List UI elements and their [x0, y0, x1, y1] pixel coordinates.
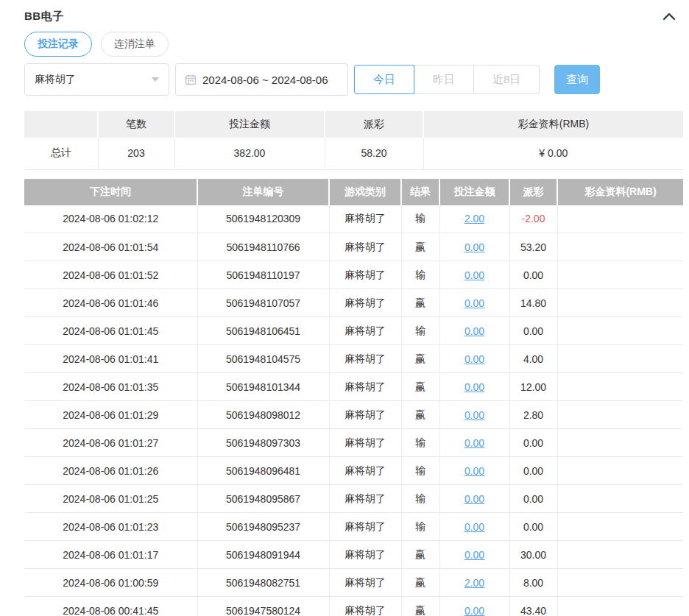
bet-amount-link[interactable]: 0.00 — [464, 465, 484, 477]
cell-bet-amount: 0.00 — [439, 429, 509, 457]
bet-amount-link[interactable]: 0.00 — [464, 409, 484, 421]
cell-order-number: 5061948096481 — [197, 457, 329, 485]
cell-result: 赢 — [401, 345, 439, 373]
table-row: 2024-08-06 01:00:59 5061948082751 麻将胡了 赢… — [24, 569, 683, 597]
summary-total-payout: 58.20 — [325, 138, 423, 169]
cell-bet-amount: 0.00 — [439, 541, 509, 569]
cell-bet-time: 2024-08-06 00:41:45 — [24, 597, 197, 616]
cell-game-type: 麻将胡了 — [329, 597, 401, 616]
date-range-value: 2024-08-06 ~ 2024-08-06 — [202, 74, 328, 86]
cell-payout: 53.20 — [509, 233, 557, 261]
cell-bet-time: 2024-08-06 01:01:27 — [24, 429, 197, 457]
bet-amount-link[interactable]: 2.00 — [464, 577, 484, 589]
cell-result: 赢 — [401, 541, 439, 569]
cell-bet-time: 2024-08-06 01:01:17 — [24, 541, 197, 569]
bet-amount-link[interactable]: 2.00 — [464, 213, 484, 224]
cell-bonus — [557, 569, 683, 597]
bet-amount-link[interactable]: 0.00 — [464, 241, 484, 253]
cell-bonus — [557, 205, 683, 233]
cell-result: 赢 — [401, 233, 439, 261]
bet-amount-link[interactable]: 0.00 — [464, 269, 484, 281]
cell-bonus — [557, 485, 683, 513]
summary-header-row: 笔数 投注金额 派彩 彩金资料(RMB) — [24, 111, 683, 138]
cell-bet-time: 2024-08-06 01:01:41 — [24, 345, 197, 373]
cell-payout: 4.00 — [509, 345, 557, 373]
bet-amount-link[interactable]: 0.00 — [464, 437, 484, 449]
cell-bet-time: 2024-08-06 01:01:23 — [24, 513, 197, 541]
bet-amount-link[interactable]: 0.00 — [464, 353, 484, 365]
cell-payout: 43.40 — [509, 597, 557, 616]
header-game-type: 游戏类别 — [329, 179, 401, 205]
tab-cancelled-orders[interactable]: 连消注单 — [101, 32, 169, 57]
collapse-button[interactable] — [661, 10, 677, 22]
cell-bet-time: 2024-08-06 01:01:35 — [24, 373, 197, 401]
quick-date-last8days[interactable]: 近8日 — [473, 65, 540, 94]
cell-order-number: 5061947580124 — [197, 597, 329, 616]
cell-order-number: 5061948110197 — [197, 261, 329, 289]
tab-bet-records[interactable]: 投注记录 — [24, 32, 92, 57]
bet-amount-link[interactable]: 0.00 — [464, 605, 484, 616]
game-type-value: 麻将胡了 — [35, 73, 76, 86]
game-type-select[interactable]: 麻将胡了 — [24, 63, 169, 96]
cell-game-type: 麻将胡了 — [329, 541, 401, 569]
quick-date-yesterday[interactable]: 昨日 — [414, 65, 474, 94]
quick-date-group: 今日 昨日 近8日 — [354, 65, 540, 94]
cell-bonus — [557, 345, 683, 373]
calendar-icon — [185, 74, 197, 85]
cell-game-type: 麻将胡了 — [329, 457, 401, 485]
cell-order-number: 5061948120309 — [197, 205, 329, 233]
cell-bet-time: 2024-08-06 01:01:54 — [24, 233, 197, 261]
header-payout: 派彩 — [509, 179, 557, 205]
table-row: 2024-08-06 01:01:54 5061948110766 麻将胡了 赢… — [24, 233, 683, 261]
bet-amount-link[interactable]: 0.00 — [464, 381, 484, 393]
summary-header-bonus: 彩金资料(RMB) — [423, 111, 683, 138]
cell-result: 输 — [401, 429, 439, 457]
cell-bonus — [557, 541, 683, 569]
cell-order-number: 5061948106451 — [197, 317, 329, 345]
cell-result: 输 — [401, 317, 439, 345]
search-button[interactable]: 查询 — [554, 65, 600, 94]
table-row: 2024-08-06 01:01:45 5061948106451 麻将胡了 输… — [24, 317, 683, 345]
summary-header-bet-amount: 投注金额 — [174, 111, 325, 138]
cell-bet-amount: 0.00 — [439, 401, 509, 429]
cell-bonus — [557, 513, 683, 541]
table-row: 2024-08-06 01:01:26 5061948096481 麻将胡了 输… — [24, 457, 683, 485]
record-tabs: 投注记录 连消注单 — [24, 32, 689, 57]
cell-result: 输 — [401, 261, 439, 289]
cell-result: 输 — [401, 205, 439, 233]
cell-result: 输 — [401, 457, 439, 485]
table-row: 2024-08-06 01:01:27 5061948097303 麻将胡了 输… — [24, 429, 683, 457]
cell-payout: 0.00 — [509, 317, 557, 345]
cell-bonus — [557, 597, 683, 616]
bet-amount-link[interactable]: 0.00 — [464, 297, 484, 309]
cell-order-number: 5061948097303 — [197, 429, 329, 457]
cell-payout: 14.80 — [509, 289, 557, 317]
bet-amount-link[interactable]: 0.00 — [464, 493, 484, 505]
cell-order-number: 5061948098012 — [197, 401, 329, 429]
bet-table-header-row: 下注时间 注单编号 游戏类别 结果 投注金额 派彩 彩金资料(RMB) — [24, 179, 683, 205]
bet-table-body: 2024-08-06 01:02:12 5061948120309 麻将胡了 输… — [24, 205, 683, 616]
summary-total-row: 总计 203 382.00 58.20 ¥ 0.00 — [24, 138, 683, 169]
cell-result: 赢 — [401, 373, 439, 401]
quick-date-today[interactable]: 今日 — [354, 65, 414, 94]
bet-amount-link[interactable]: 0.00 — [464, 521, 484, 533]
cell-payout: 30.00 — [509, 541, 557, 569]
cell-bet-amount: 0.00 — [439, 317, 509, 345]
bet-amount-link[interactable]: 0.00 — [464, 549, 484, 561]
panel-title: BB电子 — [24, 10, 64, 24]
cell-order-number: 5061948104575 — [197, 345, 329, 373]
cell-bet-time: 2024-08-06 01:01:46 — [24, 289, 197, 317]
cell-game-type: 麻将胡了 — [329, 289, 401, 317]
cell-game-type: 麻将胡了 — [329, 485, 401, 513]
table-row: 2024-08-06 00:41:45 5061947580124 麻将胡了 赢… — [24, 597, 683, 616]
summary-header-payout: 派彩 — [325, 111, 423, 138]
header-result: 结果 — [401, 179, 439, 205]
cell-game-type: 麻将胡了 — [329, 261, 401, 289]
bet-amount-link[interactable]: 0.00 — [464, 325, 484, 337]
cell-bonus — [557, 233, 683, 261]
cell-order-number: 5061948091944 — [197, 541, 329, 569]
cell-bonus — [557, 289, 683, 317]
table-row: 2024-08-06 01:01:29 5061948098012 麻将胡了 赢… — [24, 401, 683, 429]
cell-bet-time: 2024-08-06 01:01:26 — [24, 457, 197, 485]
date-range-picker[interactable]: 2024-08-06 ~ 2024-08-06 — [175, 63, 348, 96]
